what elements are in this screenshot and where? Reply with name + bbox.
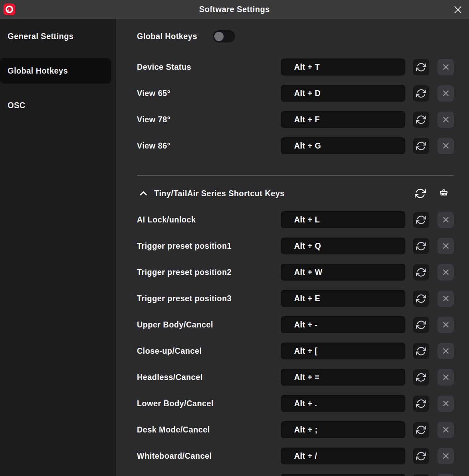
hotkey-input[interactable]: Alt + L	[281, 211, 405, 228]
refresh-icon	[416, 88, 426, 98]
hotkey-label: View 65°	[137, 89, 281, 98]
reset-hotkey-button[interactable]	[413, 212, 429, 228]
reset-hotkey-button[interactable]	[413, 369, 429, 385]
refresh-icon	[416, 215, 426, 225]
refresh-icon	[416, 372, 426, 382]
hotkey-input[interactable]: Alt + T	[281, 58, 405, 76]
window-title: Software Settings	[199, 5, 270, 14]
x-icon	[441, 89, 450, 98]
hotkey-label: Trigger preset position1	[137, 241, 281, 251]
hotkey-input[interactable]: Alt + W	[281, 264, 405, 281]
refresh-icon	[416, 346, 426, 356]
clear-hotkey-button[interactable]	[438, 264, 454, 280]
collapse-section-button[interactable]	[138, 188, 149, 199]
hotkey-label: View 78°	[137, 115, 281, 124]
reset-hotkey-button[interactable]	[413, 264, 429, 280]
clear-hotkey-button[interactable]	[438, 448, 454, 464]
reset-hotkey-button[interactable]	[413, 112, 429, 128]
reset-hotkey-button[interactable]	[413, 396, 429, 412]
clear-hotkey-button[interactable]	[438, 138, 454, 154]
reset-hotkey-button[interactable]	[413, 138, 429, 154]
hotkey-row	[137, 469, 454, 476]
refresh-icon	[415, 188, 426, 199]
hotkey-input[interactable]: Alt + =	[281, 369, 405, 386]
global-hotkeys-toggle-row: Global Hotkeys	[137, 28, 454, 45]
reset-hotkey-button[interactable]	[413, 238, 429, 254]
hotkey-label: Whiteboard/Cancel	[137, 451, 281, 461]
hotkey-label: Desk Mode/Cancel	[137, 425, 281, 435]
hotkey-label: Headless/Cancel	[137, 373, 281, 382]
clear-hotkey-button[interactable]	[438, 369, 454, 385]
reset-hotkey-button[interactable]	[413, 317, 429, 333]
sidebar-item-general-settings[interactable]: General Settings	[0, 19, 116, 54]
global-hotkeys-toggle[interactable]	[213, 30, 235, 42]
clear-hotkey-button[interactable]	[438, 317, 454, 333]
reset-hotkey-button[interactable]	[413, 474, 429, 476]
hotkey-input[interactable]	[281, 474, 405, 476]
clear-hotkey-button[interactable]	[438, 291, 454, 307]
hotkey-label: Lower Body/Cancel	[137, 399, 281, 408]
hotkey-label: Upper Body/Cancel	[137, 320, 281, 330]
hotkey-row: AI Lock/unlock Alt + L	[137, 207, 454, 233]
clear-hotkey-button[interactable]	[438, 422, 454, 438]
hotkey-input[interactable]: Alt + F	[281, 111, 405, 128]
sidebar-item-global-hotkeys[interactable]: Global Hotkeys	[0, 54, 116, 88]
reset-all-shortcuts-button[interactable]	[414, 187, 426, 200]
hotkey-input[interactable]: Alt + ;	[281, 421, 405, 438]
hotkey-label: View 86°	[137, 141, 281, 151]
refresh-icon	[416, 294, 426, 304]
refresh-icon	[416, 241, 426, 251]
series-section-title: Tiny/TailAir Series Shortcut Keys	[154, 189, 414, 198]
clear-hotkey-button[interactable]	[438, 474, 454, 476]
refresh-icon	[416, 141, 426, 151]
hotkey-label: Trigger preset position2	[137, 268, 281, 277]
hotkey-input[interactable]: Alt + E	[281, 290, 405, 307]
hotkey-input[interactable]: Alt + .	[281, 395, 405, 412]
reset-hotkey-button[interactable]	[413, 448, 429, 464]
x-icon	[441, 294, 450, 303]
hotkey-row: Trigger preset position1 Alt + Q	[137, 233, 454, 259]
reset-hotkey-button[interactable]	[413, 422, 429, 438]
reset-hotkey-button[interactable]	[413, 343, 429, 359]
hotkey-input[interactable]: Alt + -	[281, 316, 405, 333]
hotkey-row: Lower Body/Cancel Alt + .	[137, 390, 454, 417]
sidebar-item-osc[interactable]: OSC	[0, 88, 116, 123]
x-icon	[441, 215, 450, 224]
hotkey-label: Close-up/Cancel	[137, 346, 281, 356]
series-hotkey-rows: AI Lock/unlock Alt + L Trigger preset po…	[137, 207, 454, 476]
sidebar-item-label: OSC	[0, 101, 25, 110]
clear-hotkey-button[interactable]	[438, 59, 454, 75]
clear-hotkey-button[interactable]	[438, 85, 454, 102]
x-icon	[441, 141, 450, 150]
general-hotkey-rows: Device Status Alt + T View 65° Alt + D	[137, 54, 454, 159]
reset-hotkey-button[interactable]	[413, 291, 429, 307]
global-hotkeys-panel: Global Hotkeys Device Status Alt + T	[116, 19, 469, 476]
hotkey-input[interactable]: Alt + D	[281, 85, 405, 102]
clear-all-shortcuts-button[interactable]	[438, 187, 450, 200]
clear-hotkey-button[interactable]	[438, 112, 454, 128]
close-window-button[interactable]	[452, 4, 463, 15]
hotkey-row: Whiteboard/Cancel Alt + /	[137, 443, 454, 469]
hotkey-label: Device Status	[137, 63, 281, 72]
hotkey-row: Trigger preset position3 Alt + E	[137, 285, 454, 312]
hotkey-input[interactable]: Alt + /	[281, 447, 405, 465]
x-icon	[441, 268, 450, 277]
refresh-icon	[416, 451, 426, 461]
hotkey-row: View 65° Alt + D	[137, 80, 454, 106]
close-icon	[453, 4, 463, 15]
toggle-knob	[214, 32, 224, 41]
reset-hotkey-button[interactable]	[413, 85, 429, 102]
clear-hotkey-button[interactable]	[438, 238, 454, 254]
hotkey-row: Device Status Alt + T	[137, 54, 454, 80]
hotkey-input[interactable]: Alt + Q	[281, 237, 405, 255]
reset-hotkey-button[interactable]	[413, 59, 429, 75]
hotkey-input[interactable]: Alt + G	[281, 137, 405, 154]
clear-hotkey-button[interactable]	[438, 212, 454, 228]
clear-hotkey-button[interactable]	[438, 343, 454, 359]
hotkey-row: Trigger preset position2 Alt + W	[137, 259, 454, 285]
hotkey-row: View 86° Alt + G	[137, 133, 454, 159]
window-body: General Settings Global Hotkeys OSC Glob…	[0, 19, 469, 476]
hotkey-input[interactable]: Alt + [	[281, 342, 405, 360]
hotkey-row: Upper Body/Cancel Alt + -	[137, 312, 454, 338]
clear-hotkey-button[interactable]	[438, 396, 454, 412]
